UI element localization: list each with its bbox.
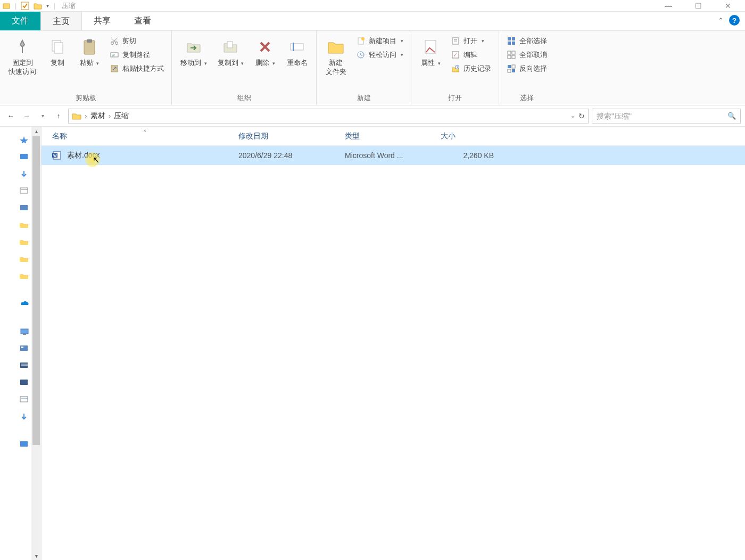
delete-button[interactable]: 删除 ▾ <box>251 34 279 70</box>
scroll-down-icon[interactable]: ▾ <box>31 551 41 560</box>
props-dropdown-icon[interactable]: ▾ <box>438 61 441 66</box>
organize-group-label: 组织 <box>177 92 311 104</box>
new-item-icon <box>356 36 366 46</box>
tab-file[interactable]: 文件 <box>0 12 40 30</box>
newitem-dropdown-icon[interactable]: ▾ <box>401 38 403 44</box>
scroll-thumb[interactable] <box>32 136 40 445</box>
rename-button[interactable]: 重命名 <box>283 34 311 70</box>
paste-dropdown-icon[interactable]: ▾ <box>96 61 99 66</box>
svg-rect-30 <box>512 55 515 59</box>
easy-access-icon <box>356 50 366 60</box>
svg-rect-32 <box>512 65 515 68</box>
tab-share[interactable]: 共享 <box>82 12 122 30</box>
invert-selection-button[interactable]: 反向选择 <box>504 63 549 75</box>
easy-access-button[interactable]: 轻松访问▾ <box>354 49 405 61</box>
checkbox-icon[interactable] <box>21 2 29 10</box>
open-button[interactable]: 打开▾ <box>449 35 493 47</box>
column-headers[interactable]: 名称⌃ 修改日期 类型 大小 <box>42 127 745 146</box>
copy-path-button[interactable]: w 复制路径 <box>107 49 166 61</box>
window-title: 压缩 <box>62 1 76 11</box>
scissors-icon <box>110 36 119 46</box>
collapse-ribbon-icon[interactable]: ⌃ <box>718 17 724 24</box>
svg-rect-29 <box>508 55 511 59</box>
up-button[interactable]: ↑ <box>52 110 65 122</box>
tab-view[interactable]: 查看 <box>122 12 163 30</box>
svg-rect-36 <box>20 154 28 159</box>
window-controls: — ☐ ✕ <box>660 1 743 11</box>
paste-shortcut-button[interactable]: 粘贴快捷方式 <box>107 63 166 75</box>
navigation-pane[interactable]: ▴ ▾ <box>0 127 42 560</box>
svg-rect-34 <box>512 69 515 72</box>
open-dropdown-icon[interactable]: ▾ <box>482 38 484 44</box>
svg-rect-25 <box>508 42 511 45</box>
easyaccess-dropdown-icon[interactable]: ▾ <box>401 52 403 57</box>
file-list: 名称⌃ 修改日期 类型 大小 W 素材.docx ↖ 2020/6/29 22:… <box>42 127 745 560</box>
breadcrumb[interactable]: › 素材 › 压缩 ⌄ ↻ <box>68 109 589 123</box>
history-button[interactable]: 历史记录 <box>449 63 493 75</box>
crumb-separator-icon[interactable]: › <box>107 112 112 120</box>
copy-to-button[interactable]: 复制到 ▾ <box>214 34 247 70</box>
edit-button[interactable]: 编辑 <box>449 49 493 61</box>
qat-dropdown-icon[interactable]: ▾ <box>46 3 49 9</box>
column-date[interactable]: 修改日期 <box>238 131 345 141</box>
svg-rect-31 <box>508 65 511 68</box>
address-dropdown-icon[interactable]: ⌄ <box>570 112 575 119</box>
delete-dropdown-icon[interactable]: ▾ <box>272 61 275 66</box>
maximize-button[interactable]: ☐ <box>690 1 707 11</box>
crumb-separator-icon[interactable]: › <box>84 112 88 120</box>
title-bar: | ▾ | 压缩 — ☐ ✕ <box>0 0 745 12</box>
close-button[interactable]: ✕ <box>719 1 736 11</box>
column-size[interactable]: 大小 <box>441 131 499 141</box>
word-file-icon: W <box>52 151 62 160</box>
ribbon-group-organize: 移动到 ▾ 复制到 ▾ 删除 ▾ 重命名 组织 <box>172 31 317 105</box>
recent-dropdown-icon[interactable]: ▾ <box>36 110 49 122</box>
crumb-parent[interactable]: 素材 <box>90 111 105 121</box>
svg-rect-0 <box>3 4 10 9</box>
path-icon: w <box>110 50 119 60</box>
file-type: Microsoft Word ... <box>345 151 441 160</box>
forward-button[interactable]: → <box>20 110 33 122</box>
ribbon-group-select: 全部选择 全部取消 反向选择 选择 <box>499 31 554 105</box>
cut-button[interactable]: 剪切 <box>107 35 166 47</box>
main-area: ▴ ▾ 名称⌃ 修改日期 类型 大小 W 素材.docx ↖ 2020/6/29… <box>0 127 745 560</box>
open-icon <box>451 36 460 46</box>
tab-home[interactable]: 主页 <box>40 12 82 30</box>
column-type[interactable]: 类型 <box>345 131 441 141</box>
properties-button[interactable]: 属性 ▾ <box>417 34 444 70</box>
search-icon[interactable]: 🔍 <box>727 112 736 120</box>
refresh-icon[interactable]: ↻ <box>578 112 585 120</box>
sidebar-scrollbar[interactable]: ▴ ▾ <box>31 127 41 560</box>
svg-rect-37 <box>20 188 28 193</box>
move-to-button[interactable]: 移动到 ▾ <box>177 34 210 70</box>
open-group-label: 打开 <box>417 92 493 104</box>
folder-icon[interactable] <box>34 2 42 10</box>
select-all-icon <box>507 36 516 46</box>
shortcut-icon <box>110 64 119 73</box>
select-all-button[interactable]: 全部选择 <box>504 35 549 47</box>
svg-rect-33 <box>508 69 511 72</box>
column-name[interactable]: 名称⌃ <box>42 131 238 141</box>
crumb-current[interactable]: 压缩 <box>114 111 129 121</box>
invert-icon <box>507 64 516 73</box>
file-row[interactable]: W 素材.docx ↖ 2020/6/29 22:48 Microsoft Wo… <box>42 146 745 165</box>
new-folder-button[interactable]: 新建 文件夹 <box>322 34 350 79</box>
minimize-button[interactable]: — <box>660 1 677 11</box>
new-item-button[interactable]: 新建项目▾ <box>354 35 405 47</box>
help-icon[interactable]: ? <box>729 15 740 26</box>
moveto-dropdown-icon[interactable]: ▾ <box>204 61 207 66</box>
search-input[interactable] <box>597 112 727 120</box>
edit-icon <box>451 50 460 60</box>
ribbon-tabs: 文件 主页 共享 查看 ⌃ ? <box>0 12 745 31</box>
scroll-up-icon[interactable]: ▴ <box>31 127 41 135</box>
copy-button[interactable]: 复制 <box>44 34 71 70</box>
svg-rect-50 <box>20 441 28 447</box>
back-button[interactable]: ← <box>4 110 17 122</box>
pin-to-quick-access-button[interactable]: 固定到 快速访问 <box>5 34 39 79</box>
paste-button[interactable]: 粘贴 ▾ <box>76 34 103 70</box>
select-none-button[interactable]: 全部取消 <box>504 49 549 61</box>
ribbon-group-new: 新建 文件夹 新建项目▾ 轻松访问▾ 新建 <box>317 31 411 105</box>
search-box[interactable]: 🔍 <box>592 109 741 123</box>
svg-rect-41 <box>23 334 26 335</box>
copyto-dropdown-icon[interactable]: ▾ <box>241 61 244 66</box>
svg-marker-35 <box>20 136 28 143</box>
